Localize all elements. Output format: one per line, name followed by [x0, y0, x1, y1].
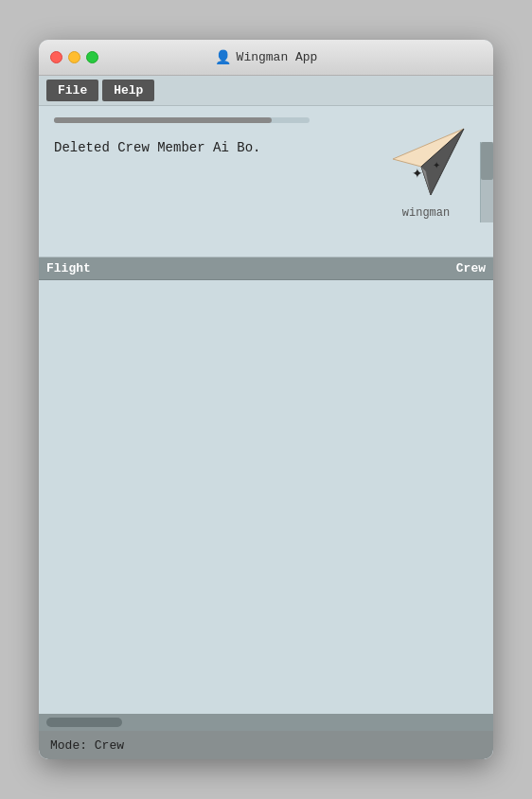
table-header: Flight Crew — [39, 257, 493, 280]
maximize-button[interactable] — [86, 51, 98, 63]
close-button[interactable] — [50, 51, 62, 63]
mode-status: Mode: Crew — [50, 738, 124, 753]
horizontal-scrollbar[interactable] — [46, 718, 122, 727]
title-text: Wingman App — [237, 50, 318, 64]
title-bar: 👤 Wingman App — [39, 40, 493, 76]
scrollbar-thumb — [481, 142, 493, 180]
menu-help[interactable]: Help — [102, 80, 154, 101]
table-container: Flight Crew — [39, 257, 493, 714]
progress-bar-fill — [54, 117, 272, 123]
logo-text: wingman — [402, 206, 450, 220]
bottom-bar — [39, 714, 493, 731]
message-content: Deleted Crew Member Ai Bo. — [54, 117, 374, 158]
column-flight: Flight — [46, 261, 410, 275]
message-scrollbar[interactable] — [480, 142, 493, 222]
svg-text:✦: ✦ — [412, 167, 423, 181]
progress-bar-container — [54, 117, 310, 123]
svg-text:✦: ✦ — [433, 160, 440, 170]
column-crew: Crew — [410, 261, 486, 275]
traffic-lights — [50, 51, 98, 63]
wingman-logo-svg: ✦ ✦ — [383, 119, 469, 204]
minimize-button[interactable] — [68, 51, 80, 63]
table-body[interactable] — [39, 280, 493, 714]
logo-area: ✦ ✦ wingman — [374, 117, 478, 222]
window-title: 👤 Wingman App — [215, 49, 318, 65]
message-area: Deleted Crew Member Ai Bo. ✦ ✦ wingman — [39, 106, 493, 257]
menu-bar: File Help — [39, 76, 493, 106]
status-message: Deleted Crew Member Ai Bo. — [54, 138, 374, 158]
title-icon: 👤 — [215, 49, 231, 65]
status-bar: Mode: Crew — [39, 731, 493, 759]
menu-file[interactable]: File — [46, 80, 98, 101]
content-wrapper: Deleted Crew Member Ai Bo. ✦ ✦ wingman — [39, 106, 493, 759]
app-window: 👤 Wingman App File Help Deleted Crew Mem… — [39, 40, 493, 759]
